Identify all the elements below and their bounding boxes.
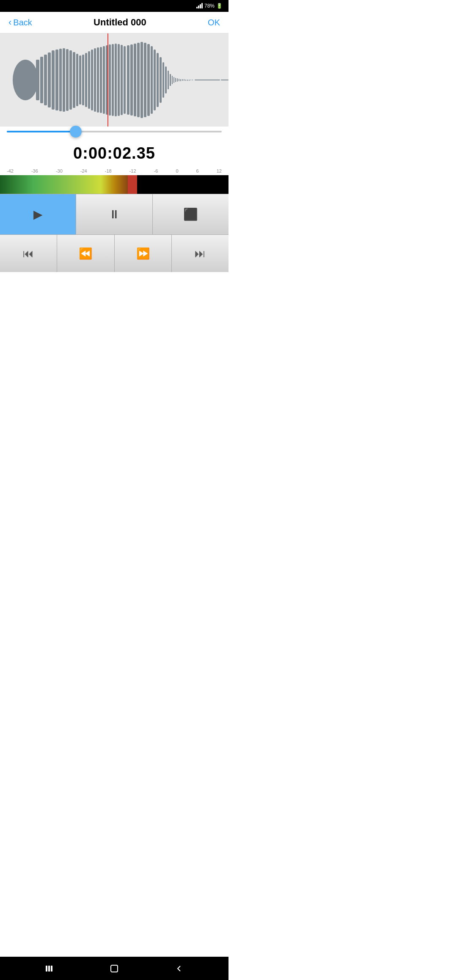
slider-fill <box>7 131 76 132</box>
vu-meter <box>0 175 228 194</box>
status-bar: 78% 🔋 <box>0 0 228 12</box>
svg-rect-8 <box>59 49 62 111</box>
page-title: Untitled 000 <box>94 17 146 28</box>
svg-rect-14 <box>79 55 81 105</box>
svg-rect-22 <box>103 46 105 114</box>
svg-rect-43 <box>168 71 169 89</box>
rewind-icon: ⏪ <box>79 247 92 260</box>
svg-rect-4 <box>44 55 47 105</box>
svg-rect-58 <box>195 80 220 80</box>
svg-rect-17 <box>88 51 90 109</box>
svg-rect-50 <box>180 79 181 81</box>
stop-button[interactable]: ⬛ <box>153 194 228 234</box>
fast-forward-button[interactable]: ⏩ <box>115 235 172 272</box>
svg-rect-3 <box>40 57 43 103</box>
ruler-label-6: -12 <box>129 168 136 173</box>
svg-rect-12 <box>73 52 75 108</box>
back-label: Back <box>13 18 32 28</box>
svg-rect-27 <box>118 44 120 116</box>
svg-rect-56 <box>190 80 191 80</box>
skip-start-button[interactable]: ⏮ <box>0 235 57 272</box>
ruler-label-4: -24 <box>80 168 87 173</box>
rewind-button[interactable]: ⏪ <box>57 235 114 272</box>
vu-yellow-section <box>101 175 128 194</box>
waveform-display <box>0 33 228 127</box>
svg-rect-35 <box>144 43 146 117</box>
svg-rect-18 <box>91 50 93 110</box>
svg-rect-31 <box>130 44 133 116</box>
vu-black-section <box>137 175 228 194</box>
position-slider-track[interactable] <box>7 131 222 132</box>
vu-red-section <box>128 175 137 194</box>
ok-button[interactable]: OK <box>208 18 220 28</box>
battery-label: 78% <box>204 3 215 9</box>
svg-rect-47 <box>175 78 176 82</box>
pause-button[interactable]: ⏸ <box>76 194 152 234</box>
playhead <box>107 33 108 127</box>
ruler-label-2: -36 <box>31 168 38 173</box>
svg-rect-15 <box>82 55 84 105</box>
back-chevron-icon: ‹ <box>8 17 11 28</box>
ruler-label-1: -42 <box>7 168 14 173</box>
svg-rect-53 <box>185 80 186 81</box>
ruler-label-3: -30 <box>56 168 63 173</box>
skip-end-icon: ⏭ <box>195 247 206 260</box>
svg-rect-6 <box>52 50 55 110</box>
svg-rect-48 <box>177 78 178 82</box>
ruler-label-5: -18 <box>105 168 112 173</box>
svg-rect-19 <box>94 48 96 112</box>
level-ruler: -42 -36 -30 -24 -18 -12 -6 0 6 12 <box>0 168 228 173</box>
svg-rect-20 <box>97 47 99 113</box>
svg-rect-2 <box>36 60 39 100</box>
play-button[interactable]: ▶ <box>0 194 76 234</box>
svg-rect-24 <box>109 44 111 116</box>
stop-icon: ⬛ <box>183 207 198 221</box>
svg-rect-59 <box>221 80 228 80</box>
ruler-label-10: 12 <box>217 168 222 173</box>
svg-rect-55 <box>189 80 190 81</box>
svg-rect-5 <box>48 52 51 107</box>
timestamp-display: 0:00:02.35 <box>0 137 228 168</box>
svg-rect-34 <box>140 42 143 118</box>
svg-rect-42 <box>165 66 167 94</box>
pause-icon: ⏸ <box>108 207 120 221</box>
svg-rect-25 <box>112 44 114 116</box>
ruler-label-8: 0 <box>176 168 178 173</box>
slider-thumb[interactable] <box>70 126 82 138</box>
skip-start-icon: ⏮ <box>23 247 34 260</box>
ruler-label-7: -6 <box>154 168 158 173</box>
svg-rect-29 <box>124 46 126 114</box>
svg-point-1 <box>13 60 38 100</box>
svg-rect-30 <box>127 45 129 115</box>
svg-rect-32 <box>134 44 136 116</box>
svg-rect-46 <box>173 77 174 83</box>
svg-rect-54 <box>187 80 188 81</box>
vu-green-section <box>0 175 101 194</box>
svg-rect-28 <box>121 45 123 115</box>
svg-rect-40 <box>160 57 162 103</box>
svg-rect-21 <box>100 47 102 113</box>
fast-forward-icon: ⏩ <box>136 247 150 260</box>
slider-container[interactable] <box>0 127 228 137</box>
battery-icon: 🔋 <box>216 3 223 9</box>
svg-rect-57 <box>192 80 193 80</box>
svg-rect-49 <box>179 79 179 81</box>
back-button[interactable]: ‹ Back <box>8 17 32 28</box>
svg-rect-10 <box>66 49 69 111</box>
svg-rect-41 <box>162 62 164 98</box>
ruler-label-9: 6 <box>196 168 199 173</box>
svg-rect-9 <box>63 48 65 112</box>
transport-row-2: ⏮ ⏪ ⏩ ⏭ <box>0 234 228 272</box>
svg-rect-39 <box>157 53 159 107</box>
svg-rect-38 <box>154 50 156 110</box>
waveform-container[interactable] <box>0 33 228 127</box>
svg-rect-51 <box>182 79 183 81</box>
svg-rect-13 <box>76 54 78 106</box>
svg-rect-7 <box>55 50 58 110</box>
skip-end-button[interactable]: ⏭ <box>172 235 228 272</box>
svg-rect-16 <box>85 53 87 107</box>
signal-icon <box>196 3 203 10</box>
header: ‹ Back Untitled 000 OK <box>0 12 228 33</box>
svg-rect-37 <box>151 46 153 114</box>
svg-rect-11 <box>69 50 72 110</box>
